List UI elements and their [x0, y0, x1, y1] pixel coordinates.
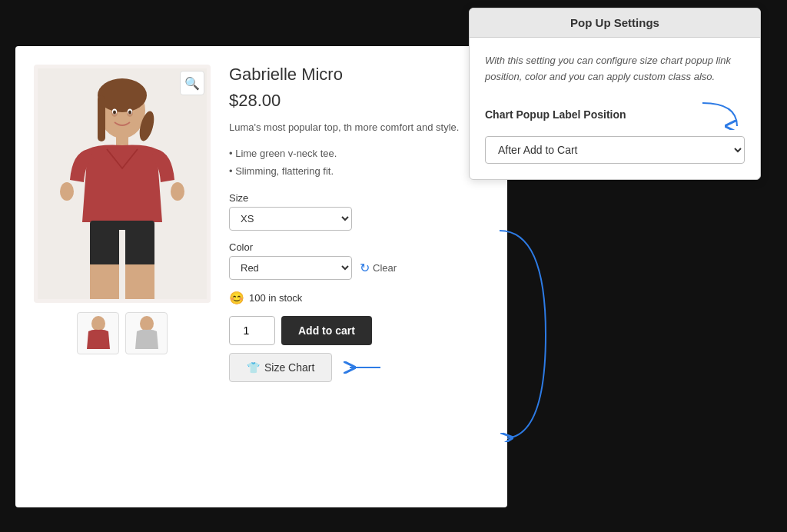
svg-rect-14: [90, 264, 119, 299]
popup-field-label: Chart Popup Label Position: [485, 108, 626, 121]
cart-row: Add to cart: [229, 316, 489, 345]
popup-position-select[interactable]: Before Add to Cart After Add to Cart Bef…: [485, 136, 745, 164]
product-title: Gabrielle Micro: [229, 65, 489, 85]
refresh-icon: ↻: [360, 261, 370, 275]
product-images-column: 🔍: [34, 65, 211, 489]
svg-point-19: [140, 316, 154, 331]
product-page: 🔍: [15, 46, 507, 507]
svg-point-10: [128, 111, 131, 115]
color-label: Color: [229, 241, 489, 253]
popup-label-row: Chart Popup Label Position: [485, 99, 745, 130]
main-product-image: 🔍: [34, 65, 211, 303]
product-price: $28.00: [229, 91, 489, 111]
stock-status: 😊 100 in stock: [229, 291, 489, 305]
size-chart-label: Size Chart: [264, 361, 314, 374]
svg-point-9: [113, 111, 116, 115]
arrow-down: [699, 99, 745, 130]
arrow-to-size-chart: [338, 356, 384, 379]
feature-2: • Slimming, flattering fit.: [229, 162, 489, 180]
thumbnail-red[interactable]: [77, 312, 119, 354]
svg-rect-15: [125, 264, 154, 299]
thumbnail-list: [77, 312, 168, 354]
size-chart-row: 👕 Size Chart: [229, 353, 489, 382]
popup-body: With this setting you can configure size…: [470, 38, 760, 179]
clear-label: Clear: [373, 262, 397, 274]
popup-settings-panel: Pop Up Settings With this setting you ca…: [469, 8, 761, 180]
color-select[interactable]: Red Blue Green White: [229, 256, 352, 280]
size-select[interactable]: XS S M L XL: [229, 207, 352, 231]
clear-button[interactable]: ↻ Clear: [360, 261, 397, 275]
product-image-svg: [38, 68, 207, 299]
feature-1: • Lime green v-neck tee.: [229, 145, 489, 162]
product-description: Luma's most popular top, th more comfort…: [229, 120, 489, 135]
svg-point-17: [171, 182, 184, 201]
stock-text: 100 in stock: [249, 292, 302, 304]
size-label: Size: [229, 192, 489, 204]
svg-point-18: [91, 316, 105, 331]
zoom-button[interactable]: 🔍: [180, 71, 204, 95]
shirt-icon: 👕: [247, 361, 260, 374]
stock-icon: 😊: [229, 291, 244, 305]
size-chart-button[interactable]: 👕 Size Chart: [229, 353, 332, 382]
quantity-input[interactable]: [229, 316, 275, 345]
svg-rect-13: [119, 230, 125, 268]
product-features: • Lime green v-neck tee. • Slimming, fla…: [229, 145, 489, 181]
popup-description: With this setting you can configure size…: [485, 53, 745, 85]
product-details: Gabrielle Micro $28.00 Luma's most popul…: [229, 65, 489, 489]
add-to-cart-button[interactable]: Add to cart: [281, 316, 372, 345]
svg-point-16: [60, 182, 74, 201]
popup-header: Pop Up Settings: [470, 8, 760, 38]
color-row: Red Blue Green White ↻ Clear: [229, 256, 489, 280]
thumbnail-gray[interactable]: [125, 312, 168, 354]
svg-rect-3: [98, 95, 105, 141]
